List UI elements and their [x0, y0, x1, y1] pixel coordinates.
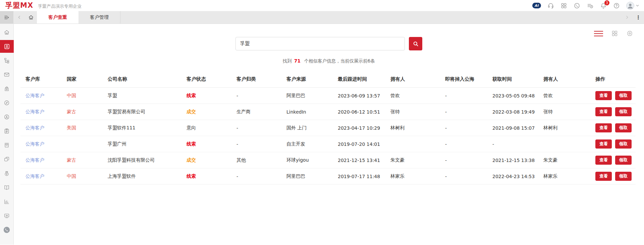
- money-bag-icon: [4, 170, 10, 176]
- cell-actions: 查看领取: [590, 168, 636, 185]
- back-chevron-icon[interactable]: [13, 11, 25, 24]
- cell-library[interactable]: 公海客户: [20, 152, 62, 168]
- view-button[interactable]: 查看: [595, 123, 612, 132]
- cell-library[interactable]: 公海客户: [20, 88, 62, 104]
- cell-country: 中国: [62, 168, 103, 185]
- home-tab-icon[interactable]: [25, 11, 37, 24]
- cell-library[interactable]: 公海客户: [20, 168, 62, 185]
- cell-library[interactable]: 公海客户: [20, 120, 62, 136]
- tabbar-spacer: [120, 11, 621, 24]
- sidebar-item-ledger[interactable]: [0, 181, 14, 194]
- tab-customer-dedup[interactable]: 客户查重: [37, 11, 78, 24]
- claim-button[interactable]: 领取: [615, 91, 632, 100]
- cell-library[interactable]: 公海客户: [20, 104, 62, 120]
- archive-icon: [4, 142, 10, 148]
- compass-icon: [4, 100, 10, 106]
- view-toggle-bar: [594, 30, 633, 37]
- column-header: 客户库: [20, 71, 62, 88]
- table-row: 公海客户中国孚盟线索-阿里巴巴2023-06-09 13:57曾欢-2023-0…: [20, 88, 636, 104]
- claim-button[interactable]: 领取: [615, 172, 632, 181]
- claim-button[interactable]: 领取: [615, 123, 632, 132]
- cell-status: 成交: [181, 104, 231, 120]
- user-menu[interactable]: [626, 2, 639, 10]
- search-input[interactable]: [235, 37, 405, 50]
- cell-category: 生产商: [231, 104, 281, 120]
- app-logo: 孚盟MX: [5, 0, 33, 11]
- sidebar-item-marketing[interactable]: [0, 111, 14, 123]
- history-list-icon[interactable]: [587, 2, 594, 9]
- bar-chart-icon: [4, 199, 10, 205]
- view-button[interactable]: 查看: [595, 91, 612, 100]
- ai-assistant-icon[interactable]: AI: [532, 3, 541, 8]
- list-view-icon[interactable]: [594, 31, 603, 36]
- cell-drop-into-sea: -: [440, 136, 487, 152]
- view-button[interactable]: 查看: [595, 139, 612, 149]
- cell-country: 中国: [62, 88, 103, 104]
- circle-a-icon: [4, 114, 10, 120]
- sidebar-item-reports[interactable]: [0, 195, 14, 208]
- collapse-sidebar-button[interactable]: [0, 11, 13, 24]
- whatsapp-icon[interactable]: [574, 2, 580, 9]
- table-header-row: 客户库国家公司名称客户状态客户归类客户来源最后跟进时间拥有人即将掉入公海获取时间…: [20, 71, 636, 88]
- view-settings-icon[interactable]: [626, 30, 633, 37]
- cell-actions: 查看领取: [590, 88, 636, 104]
- column-header: 拥有人: [538, 71, 590, 88]
- brand: 孚盟MX 孚盟产品演示专用企业: [5, 0, 82, 11]
- cell-country: 美国: [62, 120, 103, 136]
- column-header: 拥有人: [385, 71, 440, 88]
- bag-icon: [4, 86, 10, 92]
- tab-customer-management[interactable]: 客户管理: [78, 11, 120, 24]
- mail-icon: [4, 72, 10, 78]
- cell-acquire-time: 2021-12-15 13:38: [487, 152, 538, 168]
- sidebar-item-documents[interactable]: [0, 139, 14, 152]
- cell-drop-into-sea: -: [440, 104, 487, 120]
- help-icon[interactable]: [613, 2, 620, 9]
- header-icon-bar: AI 3: [532, 2, 639, 10]
- cell-category: -: [231, 136, 281, 152]
- sidebar-item-mail[interactable]: [0, 68, 14, 81]
- sidebar-item-org[interactable]: [0, 54, 14, 67]
- result-summary: 找到71个相似客户信息，当前仅展示前6条: [14, 58, 644, 64]
- forward-chevron-icon[interactable]: [621, 11, 633, 24]
- cell-status: 意向: [181, 120, 231, 136]
- sidebar-item-customers[interactable]: [0, 40, 14, 53]
- view-button[interactable]: 查看: [595, 172, 612, 181]
- column-header: 客户状态: [181, 71, 231, 88]
- claim-button[interactable]: 领取: [615, 139, 632, 149]
- notifications-bell-icon[interactable]: 3: [600, 2, 607, 9]
- apps-grid-icon[interactable]: [560, 2, 567, 9]
- content-area: 找到71个相似客户信息，当前仅展示前6条 客户库国家公司名称客户状态客户归类客户…: [14, 24, 644, 245]
- sidebar-item-finance[interactable]: [0, 167, 14, 180]
- sidebar-item-whatsapp[interactable]: [0, 223, 14, 236]
- claim-button[interactable]: 领取: [615, 107, 632, 116]
- sidebar-item-compass[interactable]: [0, 96, 14, 109]
- cell-library[interactable]: 公海客户: [20, 136, 62, 152]
- view-button[interactable]: 查看: [595, 156, 612, 165]
- result-suffix: 个相似客户信息，当前仅展示前6条: [304, 58, 375, 64]
- view-button[interactable]: 查看: [595, 107, 612, 116]
- column-header: 操作: [590, 71, 636, 88]
- tab-more-menu-icon[interactable]: ⋮: [633, 11, 644, 24]
- sidebar-item-dashboard[interactable]: [0, 209, 14, 222]
- avatar-icon: [626, 2, 634, 10]
- grid-view-icon[interactable]: [611, 30, 618, 37]
- cell-source: 阿里巴巴: [281, 88, 333, 104]
- claim-button[interactable]: 领取: [615, 156, 632, 165]
- column-header: 获取时间: [487, 71, 538, 88]
- cell-owner: [385, 136, 440, 152]
- customer-icon: [4, 43, 10, 50]
- cell-source: 阿里巴巴: [281, 168, 333, 185]
- cell-owner: 林家乐: [385, 168, 440, 185]
- search-button[interactable]: [409, 37, 422, 50]
- sidebar-item-orders[interactable]: [0, 125, 14, 137]
- cell-drop-into-sea: -: [440, 168, 487, 185]
- left-sidebar: [0, 24, 14, 245]
- result-prefix: 找到: [283, 58, 292, 64]
- sidebar-item-products[interactable]: [0, 153, 14, 166]
- support-headset-icon[interactable]: [547, 2, 554, 9]
- sidebar-item-home[interactable]: [0, 26, 14, 39]
- column-header: 国家: [62, 71, 103, 88]
- whatsapp-filled-icon: [3, 226, 10, 234]
- cell-acquire-time: 2021-09-08 15:07: [487, 120, 538, 136]
- sidebar-item-procurement[interactable]: [0, 82, 14, 95]
